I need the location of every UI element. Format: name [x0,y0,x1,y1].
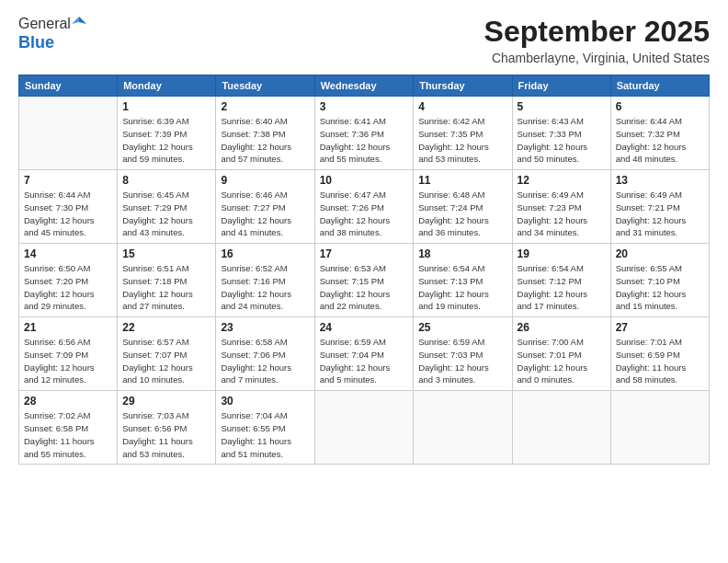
day-info: Sunrise: 6:49 AMSunset: 7:21 PMDaylight:… [616,189,704,239]
page: General Blue September 2025 Chamberlayne… [0,0,728,563]
calendar-cell: 2Sunrise: 6:40 AMSunset: 7:38 PMDaylight… [216,97,314,170]
calendar-cell [414,391,512,465]
calendar-cell: 21Sunrise: 6:56 AMSunset: 7:09 PMDayligh… [19,317,118,391]
logo-bird-icon [72,15,86,29]
day-number: 9 [221,174,309,187]
calendar-header-monday: Monday [118,75,216,97]
day-info: Sunrise: 6:53 AMSunset: 7:15 PMDaylight:… [320,262,409,313]
calendar-cell: 12Sunrise: 6:49 AMSunset: 7:23 PMDayligh… [512,170,610,244]
calendar-cell: 18Sunrise: 6:54 AMSunset: 7:13 PMDayligh… [414,244,512,317]
calendar-header-saturday: Saturday [610,75,709,97]
calendar-cell: 6Sunrise: 6:44 AMSunset: 7:32 PMDaylight… [610,97,709,170]
day-info: Sunrise: 6:50 AMSunset: 7:20 PMDaylight:… [24,262,112,313]
day-number: 3 [320,100,409,113]
calendar-cell: 13Sunrise: 6:49 AMSunset: 7:21 PMDayligh… [610,170,709,244]
day-number: 23 [221,321,309,334]
day-number: 20 [616,247,704,260]
day-number: 29 [122,395,210,408]
day-number: 7 [24,174,112,187]
calendar-cell: 26Sunrise: 7:00 AMSunset: 7:01 PMDayligh… [512,317,610,391]
day-info: Sunrise: 6:54 AMSunset: 7:12 PMDaylight:… [518,262,606,313]
calendar-cell: 23Sunrise: 6:58 AMSunset: 7:06 PMDayligh… [216,317,314,391]
day-info: Sunrise: 6:59 AMSunset: 7:04 PMDaylight:… [320,336,409,386]
calendar-cell: 20Sunrise: 6:55 AMSunset: 7:10 PMDayligh… [610,244,709,317]
calendar-cell: 16Sunrise: 6:52 AMSunset: 7:16 PMDayligh… [216,244,314,317]
day-number: 14 [24,247,112,260]
calendar-cell: 3Sunrise: 6:41 AMSunset: 7:36 PMDaylight… [314,97,414,170]
calendar-cell: 30Sunrise: 7:04 AMSunset: 6:55 PMDayligh… [216,391,314,465]
calendar-week-3: 14Sunrise: 6:50 AMSunset: 7:20 PMDayligh… [19,244,710,317]
day-number: 21 [24,321,112,334]
day-info: Sunrise: 6:45 AMSunset: 7:29 PMDaylight:… [122,189,210,239]
day-number: 15 [122,247,210,260]
day-info: Sunrise: 7:02 AMSunset: 6:58 PMDaylight:… [24,409,112,460]
day-info: Sunrise: 6:56 AMSunset: 7:09 PMDaylight:… [24,336,112,386]
day-info: Sunrise: 7:01 AMSunset: 6:59 PMDaylight:… [616,336,704,386]
svg-marker-0 [79,17,86,24]
calendar-cell: 14Sunrise: 6:50 AMSunset: 7:20 PMDayligh… [19,244,118,317]
location-title: Chamberlayne, Virginia, United States [484,51,710,65]
day-info: Sunrise: 6:41 AMSunset: 7:36 PMDaylight:… [320,115,409,166]
day-number: 18 [418,247,506,260]
calendar-header-thursday: Thursday [414,75,512,97]
day-info: Sunrise: 6:57 AMSunset: 7:07 PMDaylight:… [122,336,210,386]
calendar-cell [314,391,414,465]
logo-general-text: General [18,16,71,32]
calendar-cell: 9Sunrise: 6:46 AMSunset: 7:27 PMDaylight… [216,170,314,244]
title-block: September 2025 Chamberlayne, Virginia, U… [484,15,710,65]
calendar-cell: 25Sunrise: 6:59 AMSunset: 7:03 PMDayligh… [414,317,512,391]
day-info: Sunrise: 6:52 AMSunset: 7:16 PMDaylight:… [221,262,309,313]
day-info: Sunrise: 7:03 AMSunset: 6:56 PMDaylight:… [122,409,210,460]
day-info: Sunrise: 6:44 AMSunset: 7:32 PMDaylight:… [616,115,704,166]
calendar-week-2: 7Sunrise: 6:44 AMSunset: 7:30 PMDaylight… [19,170,710,244]
calendar-cell: 22Sunrise: 6:57 AMSunset: 7:07 PMDayligh… [118,317,216,391]
day-number: 26 [518,321,606,334]
calendar-header-sunday: Sunday [19,75,118,97]
day-number: 27 [616,321,704,334]
calendar-table: SundayMondayTuesdayWednesdayThursdayFrid… [18,75,710,465]
calendar-cell: 19Sunrise: 6:54 AMSunset: 7:12 PMDayligh… [512,244,610,317]
day-info: Sunrise: 7:00 AMSunset: 7:01 PMDaylight:… [518,336,606,386]
day-number: 1 [122,100,210,113]
calendar-header-row: SundayMondayTuesdayWednesdayThursdayFrid… [19,75,710,97]
logo-blue-text: Blue [18,33,54,52]
day-number: 6 [616,100,704,113]
day-info: Sunrise: 7:04 AMSunset: 6:55 PMDaylight:… [221,409,309,460]
day-number: 17 [320,247,409,260]
calendar-cell: 28Sunrise: 7:02 AMSunset: 6:58 PMDayligh… [19,391,118,465]
day-info: Sunrise: 6:54 AMSunset: 7:13 PMDaylight:… [418,262,506,313]
calendar-week-4: 21Sunrise: 6:56 AMSunset: 7:09 PMDayligh… [19,317,710,391]
day-number: 2 [221,100,309,113]
day-number: 25 [418,321,506,334]
day-number: 24 [320,321,409,334]
calendar-week-1: 1Sunrise: 6:39 AMSunset: 7:39 PMDaylight… [19,97,710,170]
day-info: Sunrise: 6:59 AMSunset: 7:03 PMDaylight:… [418,336,506,386]
calendar-cell: 5Sunrise: 6:43 AMSunset: 7:33 PMDaylight… [512,97,610,170]
day-number: 8 [122,174,210,187]
calendar-cell: 4Sunrise: 6:42 AMSunset: 7:35 PMDaylight… [414,97,512,170]
day-info: Sunrise: 6:47 AMSunset: 7:26 PMDaylight:… [320,189,409,239]
day-info: Sunrise: 6:58 AMSunset: 7:06 PMDaylight:… [221,336,309,386]
day-info: Sunrise: 6:42 AMSunset: 7:35 PMDaylight:… [418,115,506,166]
day-number: 5 [518,100,606,113]
day-number: 4 [418,100,506,113]
calendar-cell: 29Sunrise: 7:03 AMSunset: 6:56 PMDayligh… [118,391,216,465]
day-number: 13 [616,174,704,187]
day-number: 12 [518,174,606,187]
day-info: Sunrise: 6:44 AMSunset: 7:30 PMDaylight:… [24,189,112,239]
day-number: 28 [24,395,112,408]
logo: General Blue [18,15,86,52]
day-number: 19 [518,247,606,260]
day-info: Sunrise: 6:46 AMSunset: 7:27 PMDaylight:… [221,189,309,239]
day-info: Sunrise: 6:40 AMSunset: 7:38 PMDaylight:… [221,115,309,166]
day-number: 30 [221,395,309,408]
calendar-cell: 11Sunrise: 6:48 AMSunset: 7:24 PMDayligh… [414,170,512,244]
calendar-cell: 27Sunrise: 7:01 AMSunset: 6:59 PMDayligh… [610,317,709,391]
calendar-cell: 1Sunrise: 6:39 AMSunset: 7:39 PMDaylight… [118,97,216,170]
day-number: 11 [418,174,506,187]
calendar-cell: 10Sunrise: 6:47 AMSunset: 7:26 PMDayligh… [314,170,414,244]
day-info: Sunrise: 6:51 AMSunset: 7:18 PMDaylight:… [122,262,210,313]
month-title: September 2025 [484,15,710,49]
calendar-cell: 8Sunrise: 6:45 AMSunset: 7:29 PMDaylight… [118,170,216,244]
calendar-header-wednesday: Wednesday [314,75,414,97]
